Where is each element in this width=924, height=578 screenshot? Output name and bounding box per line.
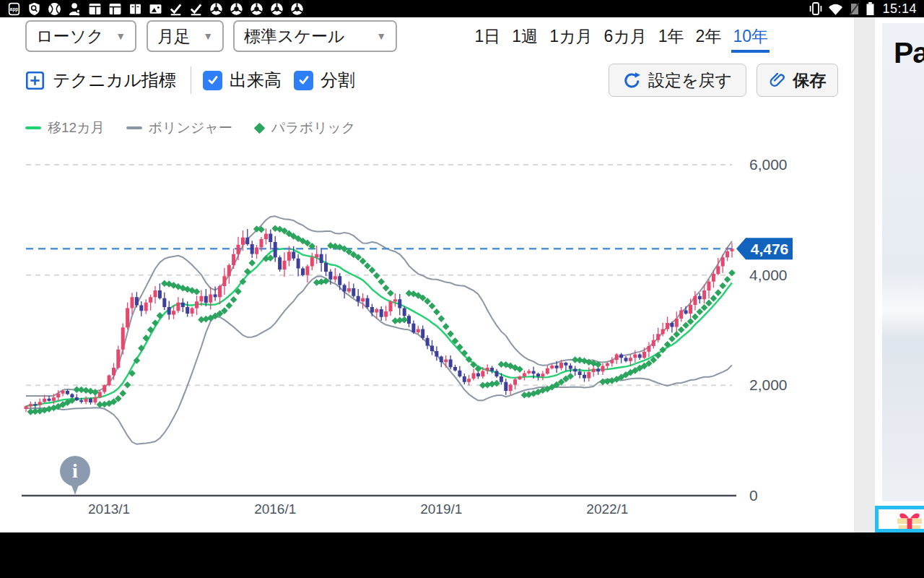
y-axis-label: 6,000 bbox=[749, 156, 788, 173]
notif-browser-tab-alt-icon bbox=[108, 2, 122, 16]
technical-indicator-label: テクニカル指標 bbox=[53, 69, 176, 92]
chevron-down-icon: ▼ bbox=[203, 30, 213, 42]
legend-label: パラボリック bbox=[271, 118, 356, 137]
wifi-icon bbox=[828, 2, 843, 16]
notif-photo-icon bbox=[149, 2, 162, 16]
notif-book-icon bbox=[128, 2, 142, 16]
notif-app-badge-icon: app bbox=[7, 2, 21, 16]
candle-bodies-down bbox=[33, 233, 702, 405]
svg-text:i: i bbox=[72, 460, 78, 482]
volume-label: 出来高 bbox=[230, 69, 282, 92]
ad-image: Pa bbox=[882, 23, 924, 501]
reset-settings-label: 設定を戻す bbox=[648, 69, 732, 92]
notif-chrome-icon bbox=[270, 2, 284, 16]
no-sim-icon bbox=[848, 2, 860, 16]
notif-chrome-icon bbox=[230, 2, 243, 16]
svg-text:app: app bbox=[10, 7, 18, 12]
interval-dropdown[interactable]: 月足 ▼ bbox=[147, 20, 224, 52]
chart-app-content: ローソク ▼ 月足 ▼ 標準スケール ▼ 1日1週1カ月6カ月1年2年10年 テ… bbox=[0, 17, 853, 532]
ad-panel[interactable]: Pa bbox=[875, 17, 924, 532]
refresh-icon bbox=[623, 72, 641, 90]
notif-chrome-icon bbox=[209, 2, 223, 16]
checkbox-checked-icon bbox=[294, 71, 313, 90]
period-tab-1日[interactable]: 1日 bbox=[475, 25, 501, 48]
legend-label: 移12カ月 bbox=[48, 118, 105, 137]
divider bbox=[191, 66, 191, 94]
technical-indicator-button[interactable]: テクニカル指標 bbox=[25, 64, 176, 97]
period-tab-1週[interactable]: 1週 bbox=[512, 25, 538, 48]
scale-dropdown[interactable]: 標準スケール ▼ bbox=[233, 20, 397, 52]
clock: 15:14 bbox=[882, 1, 917, 17]
y-axis-label: 2,000 bbox=[749, 376, 788, 393]
volume-checkbox[interactable]: 出来高 bbox=[203, 64, 282, 97]
scrollbar-track[interactable] bbox=[854, 17, 875, 532]
interval-value: 月足 bbox=[157, 25, 191, 48]
y-axis-label: 0 bbox=[749, 487, 758, 504]
period-tab-2年[interactable]: 2年 bbox=[696, 25, 722, 48]
gift-icon bbox=[893, 511, 924, 532]
chevron-down-icon: ▼ bbox=[376, 30, 386, 42]
navigation-bar bbox=[0, 532, 924, 578]
period-tab-10年[interactable]: 10年 bbox=[733, 25, 768, 48]
legend-label: ボリンジャー bbox=[149, 118, 232, 137]
checkbox-checked-icon bbox=[203, 71, 222, 90]
save-button[interactable]: 保存 bbox=[757, 64, 838, 97]
line-swatch-icon bbox=[25, 126, 41, 129]
notif-user-key-icon bbox=[68, 2, 82, 16]
vibrate-icon bbox=[808, 1, 823, 16]
chart-type-dropdown[interactable]: ローソク ▼ bbox=[25, 20, 136, 52]
chart-legend: 移12カ月ボリンジャーパラボリック bbox=[25, 118, 356, 137]
notif-browser-tab-icon bbox=[88, 2, 102, 16]
period-tabs: 1日1週1カ月6カ月1年2年10年 bbox=[475, 20, 768, 52]
battery-icon bbox=[866, 1, 875, 16]
svg-text:4,476: 4,476 bbox=[751, 241, 789, 257]
x-axis-label: 2013/1 bbox=[88, 501, 130, 517]
current-price-badge: 4,476 bbox=[736, 238, 793, 259]
save-label: 保存 bbox=[793, 69, 827, 92]
notif-chrome-icon bbox=[290, 2, 304, 16]
legend-item: ボリンジャー bbox=[126, 118, 232, 137]
period-tab-1カ月[interactable]: 1カ月 bbox=[549, 25, 592, 48]
notif-shield-search-icon bbox=[27, 2, 41, 16]
x-axis-label: 2022/1 bbox=[586, 501, 628, 517]
period-tab-1年[interactable]: 1年 bbox=[658, 25, 684, 48]
ad-brand-text: Pa bbox=[894, 36, 924, 70]
screen: app 15:14 ローソク ▼ bbox=[0, 0, 924, 578]
period-tab-6カ月[interactable]: 6カ月 bbox=[603, 25, 646, 48]
legend-item: 移12カ月 bbox=[25, 118, 105, 137]
plus-square-icon bbox=[25, 71, 45, 90]
scale-value: 標準スケール bbox=[244, 25, 345, 48]
chart-type-value: ローソク bbox=[36, 25, 104, 48]
status-bar[interactable]: app 15:14 bbox=[0, 0, 924, 17]
system-icons: 15:14 bbox=[808, 1, 917, 17]
moving-average-line bbox=[26, 249, 732, 406]
notif-checklist-alt-icon bbox=[189, 2, 203, 16]
reset-settings-button[interactable]: 設定を戻す bbox=[609, 64, 746, 97]
y-axis-label: 4,000 bbox=[749, 267, 788, 283]
paperclip-icon bbox=[769, 72, 786, 89]
split-checkbox[interactable]: 分割 bbox=[294, 64, 355, 97]
x-axis-label: 2016/1 bbox=[254, 501, 296, 517]
chevron-down-icon: ▼ bbox=[116, 30, 126, 42]
line-swatch-icon bbox=[126, 126, 142, 129]
notif-chrome-icon bbox=[250, 2, 263, 16]
legend-item: パラボリック bbox=[254, 118, 356, 137]
notif-checklist-icon bbox=[169, 2, 183, 16]
diamond-swatch-icon bbox=[254, 122, 266, 134]
notification-icons: app bbox=[7, 2, 304, 16]
split-label: 分割 bbox=[321, 69, 355, 92]
info-marker[interactable]: i bbox=[60, 456, 90, 495]
promo-gift-button[interactable] bbox=[875, 506, 924, 532]
price-chart[interactable]: 6,0004,0002,00002013/12016/12019/12022/1… bbox=[0, 142, 853, 533]
notif-sports-ball-icon bbox=[48, 2, 61, 16]
x-axis-label: 2019/1 bbox=[420, 501, 462, 517]
